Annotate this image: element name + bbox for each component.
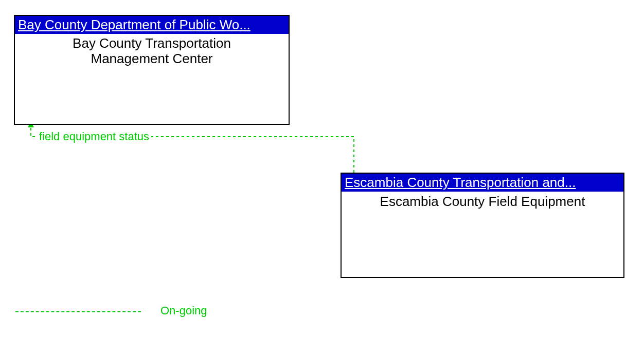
box1-body-line1: Bay County Transportation (20, 36, 283, 51)
box2-body: Escambia County Field Equipment (342, 192, 623, 212)
box1-body: Bay County Transportation Management Cen… (15, 34, 289, 69)
box-escambia-field-equipment: Escambia County Transportation and... Es… (341, 173, 624, 278)
box-bay-county-tmc: Bay County Department of Public Wo... Ba… (14, 15, 290, 125)
legend-line-ongoing (15, 311, 141, 312)
box1-body-line2: Management Center (20, 51, 283, 67)
flow-label-field-equipment-status: field equipment status (37, 130, 151, 143)
legend-label-ongoing: On-going (160, 304, 207, 317)
box1-header: Bay County Department of Public Wo... (15, 16, 289, 34)
box2-header: Escambia County Transportation and... (342, 174, 623, 192)
